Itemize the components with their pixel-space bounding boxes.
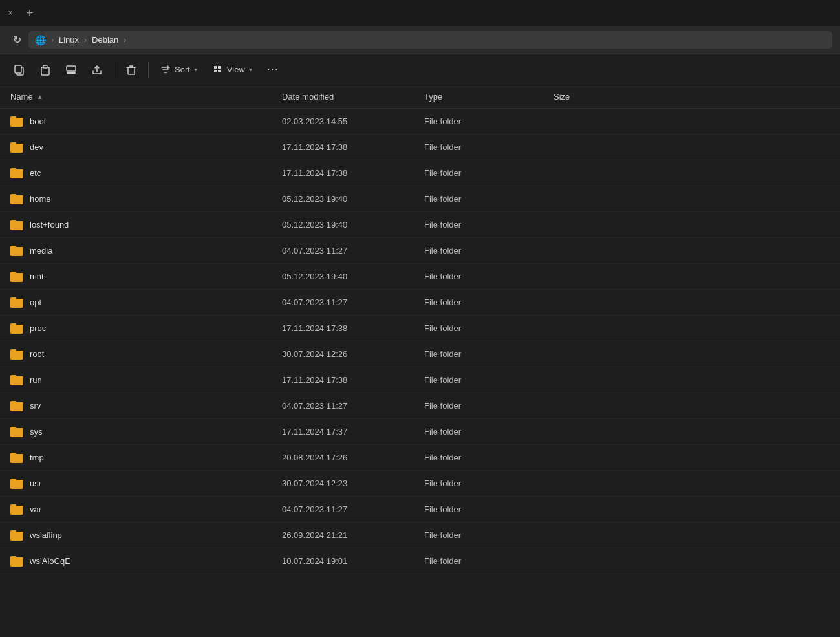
toolbar-divider [114,62,114,78]
globe-icon: 🌐 [35,35,46,45]
file-name-cell: wslAioCqE [10,556,282,567]
folder-icon [10,297,23,308]
svg-rect-7 [214,66,217,69]
sort-chevron: ▾ [194,66,197,73]
folder-icon [10,349,23,360]
folder-icon [10,272,23,282]
file-name-cell: opt [10,297,282,308]
file-name-cell: boot [10,116,282,127]
folder-icon [10,556,23,567]
svg-rect-1 [15,65,21,73]
file-date: 05.12.2023 19:40 [282,272,424,281]
file-type: File folder [424,220,554,230]
file-date: 17.11.2024 17:38 [282,142,424,152]
breadcrumb-linux[interactable]: Linux [56,34,81,46]
file-date: 30.07.2024 12:26 [282,349,424,359]
table-row[interactable]: srv 04.07.2023 11:27 File folder [0,393,840,419]
folder-icon [10,479,23,489]
file-date: 04.07.2023 11:27 [282,297,424,307]
table-row[interactable]: mnt 05.12.2023 19:40 File folder [0,264,840,290]
file-type: File folder [424,427,554,437]
file-date: 04.07.2023 11:27 [282,401,424,411]
file-type: File folder [424,246,554,255]
file-type: File folder [424,401,554,411]
file-name: dev [30,142,43,152]
refresh-button[interactable]: ↻ [8,31,26,49]
table-row[interactable]: wslAioCqE 10.07.2024 19:01 File folder [0,548,840,574]
new-tab-button[interactable]: + [21,4,39,22]
name-sort-arrow: ▲ [37,93,43,100]
table-row[interactable]: opt 04.07.2023 11:27 File folder [0,290,840,316]
file-date: 05.12.2023 19:40 [282,220,424,230]
toolbar-divider-2 [148,62,149,78]
address-bar: ↻ 🌐 › Linux › Debian › [0,26,840,54]
tab-close-button[interactable]: × [5,8,16,18]
file-type: File folder [424,375,554,385]
file-type: File folder [424,272,554,281]
file-name-cell: proc [10,323,282,334]
file-name: opt [30,297,41,307]
svg-rect-9 [214,70,217,72]
folder-icon [10,246,23,256]
file-name: sys [30,427,43,437]
breadcrumb-sep-2: › [124,36,126,45]
delete-button[interactable] [120,58,143,81]
table-row[interactable]: proc 17.11.2024 17:38 File folder [0,316,840,341]
file-type: File folder [424,453,554,462]
file-name-cell: var [10,504,282,515]
copy-button[interactable] [8,58,31,81]
more-options-button[interactable]: ··· [261,58,285,81]
column-name[interactable]: Name ▲ [10,92,282,102]
table-row[interactable]: wslaflinp 26.09.2024 21:21 File folder [0,523,840,548]
rename-button[interactable] [59,58,83,81]
column-type[interactable]: Type [424,92,554,102]
column-size[interactable]: Size [554,92,631,102]
file-name-cell: run [10,375,282,385]
file-date: 17.11.2024 17:38 [282,375,424,385]
folder-icon [10,504,23,515]
folder-icon [10,427,23,437]
file-date: 26.09.2024 21:21 [282,530,424,540]
table-row[interactable]: boot 02.03.2023 14:55 File folder [0,109,840,135]
svg-rect-4 [67,72,76,74]
breadcrumb-sep-0: › [51,36,54,45]
table-row[interactable]: var 04.07.2023 11:27 File folder [0,497,840,523]
table-row[interactable]: root 30.07.2024 12:26 File folder [0,341,840,367]
table-row[interactable]: usr 30.07.2024 12:23 File folder [0,471,840,497]
table-row[interactable]: tmp 20.08.2024 17:26 File folder [0,445,840,471]
sort-button[interactable]: Sort ▾ [154,59,204,80]
table-row[interactable]: home 05.12.2023 19:40 File folder [0,186,840,212]
folder-icon [10,323,23,334]
column-date-modified[interactable]: Date modified [282,92,424,102]
toolbar: Sort ▾ View ▾ ··· [0,54,840,85]
share-button[interactable] [85,58,109,81]
table-row[interactable]: media 04.07.2023 11:27 File folder [0,238,840,264]
folder-icon [10,194,23,204]
table-row[interactable]: dev 17.11.2024 17:38 File folder [0,135,840,160]
file-list-container: Name ▲ Date modified Type Size boot 02.0… [0,85,840,637]
file-name-cell: root [10,349,282,360]
svg-rect-2 [41,67,49,75]
file-name: lost+found [30,220,69,230]
view-button[interactable]: View ▾ [206,59,259,80]
view-chevron: ▾ [249,66,252,73]
file-name: usr [30,479,41,488]
file-name: proc [30,323,46,333]
table-row[interactable]: lost+found 05.12.2023 19:40 File folder [0,212,840,238]
breadcrumb-debian[interactable]: Debian [89,34,121,46]
file-name: media [30,246,52,255]
paste-button[interactable] [34,58,57,81]
table-row[interactable]: sys 17.11.2024 17:37 File folder [0,419,840,445]
folder-icon [10,116,23,127]
file-date: 10.07.2024 19:01 [282,556,424,566]
file-type: File folder [424,116,554,126]
file-type: File folder [424,556,554,566]
view-label: View [227,65,245,74]
file-name: wslAioCqE [30,556,70,566]
table-row[interactable]: etc 17.11.2024 17:38 File folder [0,160,840,186]
sort-label: Sort [175,65,190,74]
svg-rect-6 [128,67,135,74]
table-row[interactable]: run 17.11.2024 17:38 File folder [0,367,840,393]
file-name: root [30,349,44,359]
file-type: File folder [424,479,554,488]
